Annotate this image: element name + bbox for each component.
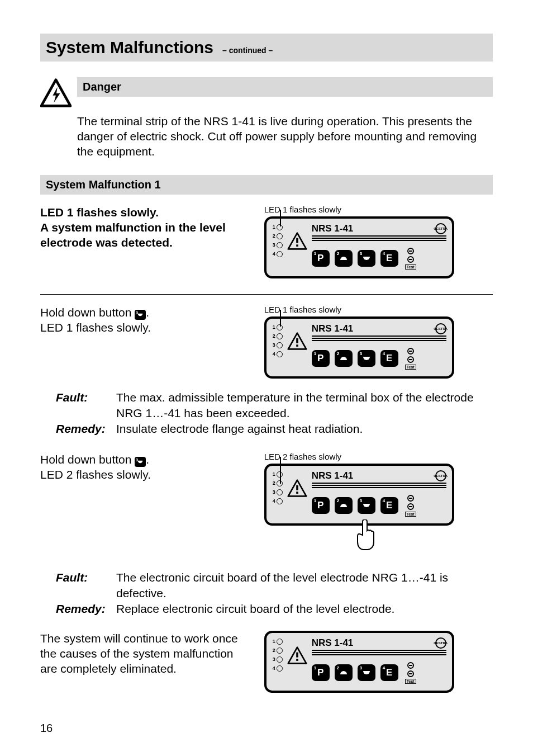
- led-2-icon: [277, 233, 283, 239]
- device-panel: 1 2 3 4 NRS 1-41GESTRA 1P 2 3 4E: [264, 464, 454, 526]
- led-3-icon: [277, 242, 283, 248]
- panel-label: LED 2 flashes slowly: [264, 452, 493, 461]
- led-number: 3: [271, 242, 275, 248]
- screw-slot-icon: [407, 348, 414, 355]
- screw-slot-icon: [407, 503, 414, 510]
- fault-text: The electronic circuit board of the leve…: [116, 570, 493, 602]
- e-button[interactable]: 4E: [380, 497, 398, 514]
- device-panel: 1 2 3 4 NRS 1-41GESTRA 1P 2 3 4E: [264, 316, 454, 379]
- led-number: 2: [271, 333, 275, 339]
- led-4-icon: [277, 498, 283, 504]
- screw-slot-icon: [407, 670, 414, 677]
- btn-sup: 3: [360, 251, 362, 256]
- btn-sup: 2: [337, 351, 339, 356]
- btn-label: E: [386, 353, 392, 364]
- btn-sup: 1: [314, 665, 316, 670]
- screw-slot-icon: [407, 495, 414, 502]
- pointer-line: [280, 457, 281, 484]
- led-column: 1 2 3 4: [271, 639, 283, 684]
- down-button[interactable]: 3: [358, 497, 375, 514]
- test-label: Test: [405, 512, 416, 517]
- gestra-logo-icon: GESTRA: [435, 470, 446, 481]
- svg-rect-8: [296, 485, 298, 490]
- led-2-icon: [277, 333, 283, 339]
- p-button[interactable]: 1P: [312, 664, 330, 681]
- arrow-down-icon: [362, 254, 371, 262]
- btn-label: E: [386, 667, 392, 678]
- danger-body: The terminal strip of the NRS 1-41 is li…: [77, 114, 493, 159]
- p-button[interactable]: 1P: [312, 497, 330, 514]
- triple-rule-icon: [312, 650, 446, 656]
- instruction-line: Hold down button 3.: [40, 452, 253, 467]
- p-button[interactable]: 1P: [312, 250, 330, 267]
- led-4-icon: [277, 251, 283, 257]
- led-number: 1: [271, 639, 275, 644]
- up-button[interactable]: 2: [335, 350, 353, 367]
- test-label: Test: [405, 365, 416, 370]
- led-number: 3: [271, 489, 275, 495]
- remedy-label: Remedy:: [56, 421, 116, 437]
- test-slot: Test: [406, 348, 416, 370]
- led-number: 2: [271, 233, 275, 239]
- btn-sup: 2: [337, 498, 339, 503]
- lead-line-1: LED 1 flashes slowly.: [40, 205, 253, 220]
- arrow-down-icon: [362, 669, 371, 677]
- btn-sup: 4: [383, 251, 385, 256]
- danger-heading: Danger: [77, 77, 493, 97]
- svg-rect-3: [296, 244, 298, 247]
- up-button[interactable]: 2: [335, 250, 353, 267]
- down-button[interactable]: 3: [358, 664, 375, 681]
- triple-rule-icon: [312, 235, 446, 242]
- svg-rect-9: [296, 492, 298, 494]
- led-number: 2: [271, 648, 275, 653]
- down-button[interactable]: 3: [358, 350, 375, 367]
- test-slot: Test: [406, 662, 416, 684]
- btn-sup: 4: [383, 665, 385, 670]
- led-column: 1 2 3 4: [271, 324, 283, 370]
- arrow-up-icon: [339, 502, 348, 509]
- led-3-icon: [277, 489, 283, 495]
- e-button[interactable]: 4E: [380, 350, 398, 367]
- arrow-down-icon: [362, 355, 371, 362]
- test-slot: Test: [406, 495, 416, 517]
- remedy-text: Insulate electrode flange against heat r…: [116, 421, 493, 437]
- panel-label: LED 1 flashes slowly: [264, 305, 493, 314]
- up-button[interactable]: 2: [335, 497, 353, 514]
- up-button[interactable]: 2: [335, 664, 353, 681]
- device-panel: 1 2 3 4 NRS 1-41 GESTRA 1P: [264, 216, 454, 278]
- warning-triangle-icon: [287, 231, 307, 251]
- model-label: NRS 1-41: [312, 223, 354, 234]
- model-label: NRS 1-41: [312, 323, 354, 334]
- e-button[interactable]: 4E: [380, 664, 398, 681]
- warning-triangle-icon: [287, 478, 307, 498]
- down-button[interactable]: 3: [358, 250, 375, 267]
- led-2-icon: [277, 648, 283, 654]
- led-number: 4: [271, 498, 275, 504]
- triple-rule-icon: [312, 483, 446, 489]
- page-title: System Malfunctions: [46, 38, 213, 57]
- gestra-logo-icon: GESTRA: [435, 223, 446, 234]
- hand-press-icon: [354, 519, 377, 551]
- led-number: 4: [271, 665, 275, 671]
- test-label: Test: [405, 264, 416, 270]
- svg-rect-2: [296, 238, 298, 243]
- test-slot: Test: [406, 248, 416, 270]
- btn-sup: 1: [314, 351, 316, 356]
- arrow-down-icon: [362, 502, 371, 509]
- p-button[interactable]: 1P: [312, 350, 330, 367]
- btn-sup: 3: [360, 351, 362, 356]
- gestra-logo-icon: GESTRA: [435, 637, 446, 649]
- model-label: NRS 1-41: [312, 470, 354, 481]
- btn-label: E: [386, 253, 392, 264]
- btn-sup: 2: [337, 251, 339, 256]
- pointer-line: [280, 210, 281, 226]
- continued-tag: – continued –: [222, 46, 273, 55]
- down-button-inline-icon: 3: [135, 457, 146, 467]
- btn-label: P: [317, 500, 323, 511]
- device-panel: 1 2 3 4 NRS 1-41GESTRA 1P 2 3 4E: [264, 631, 454, 693]
- page-number: 16: [40, 722, 53, 735]
- e-button[interactable]: 4E: [380, 250, 398, 267]
- led-4-icon: [277, 665, 283, 672]
- btn-sup: 1: [314, 498, 316, 503]
- down-button-inline-icon: 3: [135, 310, 146, 320]
